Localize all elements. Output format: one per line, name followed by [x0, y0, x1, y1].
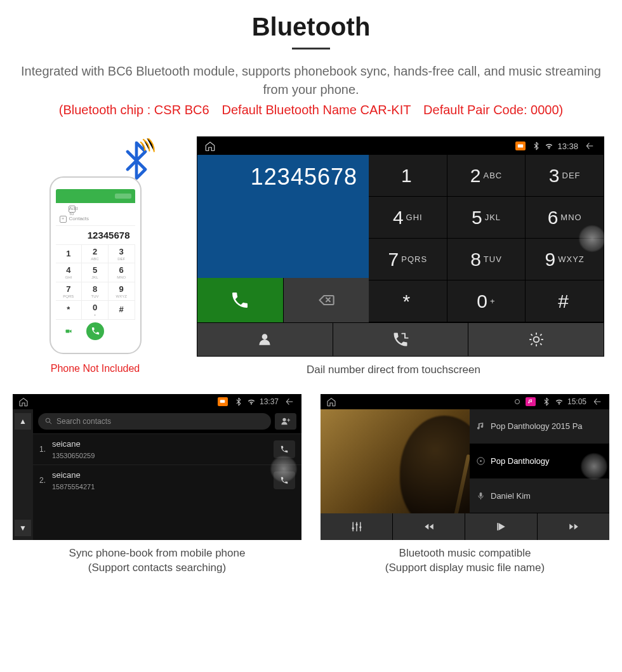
touch-indicator	[578, 225, 606, 253]
tab-contacts[interactable]	[197, 323, 333, 356]
bottom-tabbar	[197, 322, 604, 356]
headunit-contacts: 13:37 ▲ ▼ Search contacts	[13, 394, 301, 540]
wifi-icon	[545, 142, 553, 150]
bluetooth-status-icon	[234, 397, 243, 406]
album-icon	[476, 456, 486, 466]
key-8[interactable]: 8TUV	[447, 239, 526, 280]
status-time: 15:05	[567, 397, 586, 406]
phone-dialed-number: 12345678	[56, 226, 135, 245]
wifi-icon	[247, 397, 256, 406]
add-contact-button[interactable]	[275, 413, 296, 430]
backspace-button[interactable]	[284, 278, 369, 322]
contact-phone: 15875554271	[52, 483, 95, 491]
contact-row[interactable]: 1. seicane13530650259	[33, 433, 301, 464]
song-icon	[476, 421, 486, 431]
back-icon[interactable]	[590, 397, 604, 406]
phone-key-2[interactable]: 2ABC	[82, 245, 109, 264]
headunit-music: 15:05 Pop Danthology 2015 Pa Pop Danthol…	[321, 394, 609, 540]
tab-call-log[interactable]	[333, 323, 469, 356]
music-controls	[321, 513, 609, 540]
phone-key-3[interactable]: 3DEF	[109, 245, 135, 264]
phone-statusbar	[56, 189, 135, 203]
artist-icon	[476, 491, 486, 501]
next-track-button[interactable]	[538, 513, 609, 540]
key-hash[interactable]: #	[526, 280, 604, 322]
scroll-up-button[interactable]: ▲	[15, 413, 31, 430]
status-bar: 13:38	[197, 137, 604, 155]
track-row[interactable]: Daniel Kim	[470, 478, 609, 513]
dialed-number-display: 12345678	[197, 155, 369, 278]
key-0[interactable]: 0+	[447, 280, 526, 322]
phone-call-button[interactable]	[86, 322, 104, 340]
status-bar: 13:37	[13, 394, 301, 409]
touch-indicator	[580, 452, 608, 480]
key-2[interactable]: 2ABC	[447, 155, 526, 197]
play-pause-button[interactable]	[465, 513, 538, 540]
phone-key-4[interactable]: 4GHI	[56, 263, 83, 282]
search-input[interactable]: Search contacts	[38, 413, 271, 430]
home-icon[interactable]	[326, 397, 337, 407]
dialer-keypad: 1 2ABC 3DEF 4GHI 5JKL 6MNO 7PQRS 8TUV 9W…	[369, 155, 604, 322]
add-to-contacts-row[interactable]: +Add to Contacts	[56, 203, 135, 226]
contact-name: seicane	[52, 439, 81, 449]
track-row[interactable]: Pop Danthology 2015 Pa	[470, 409, 609, 444]
search-placeholder: Search contacts	[56, 417, 111, 426]
key-4[interactable]: 4GHI	[369, 197, 447, 239]
smartphone-mock: +Add to Contacts 12345678 1 2ABC 3DEF 4G…	[50, 176, 142, 354]
contacts-caption: Sync phone-book from mobile phone(Suppor…	[13, 546, 301, 576]
headunit-dialer: 13:38 12345678 1 2ABC 3DEF	[197, 136, 604, 357]
bluetooth-spec-line: (Bluetooth chip : CSR BC6 Default Blueto…	[13, 103, 609, 117]
loop-icon	[513, 397, 522, 406]
phone-key-hash[interactable]: #	[109, 301, 135, 320]
phone-keypad: 1 2ABC 3DEF 4GHI 5JKL 6MNO 7PQRS 8TUV 9W…	[56, 245, 135, 320]
status-time: 13:38	[557, 142, 578, 151]
phone-key-star[interactable]: *	[56, 301, 83, 320]
title-underline	[292, 48, 330, 49]
contact-phone: 13530650259	[52, 452, 95, 459]
phone-not-included-label: Phone Not Included	[51, 363, 140, 374]
dialer-caption: Dail number direct from touchscreen	[178, 363, 609, 378]
search-icon	[44, 417, 53, 425]
subtitle: Integrated with BC6 Bluetooth module, su…	[13, 62, 609, 99]
key-star[interactable]: *	[369, 280, 447, 322]
key-5[interactable]: 5JKL	[447, 197, 526, 239]
contact-row[interactable]: 2. seicane15875554271	[33, 464, 301, 496]
key-7[interactable]: 7PQRS	[369, 239, 447, 280]
tab-settings[interactable]	[468, 323, 604, 356]
music-caption: Bluetooth music compatible(Support displ…	[321, 546, 609, 576]
scroll-down-button[interactable]: ▼	[15, 520, 31, 536]
home-icon[interactable]	[204, 140, 216, 152]
contact-name: seicane	[52, 470, 81, 480]
call-button[interactable]	[197, 278, 284, 322]
key-3[interactable]: 3DEF	[526, 155, 604, 197]
phone-key-6[interactable]: 6MNO	[109, 263, 135, 282]
back-icon[interactable]	[582, 142, 597, 150]
home-icon[interactable]	[18, 397, 29, 407]
equalizer-button[interactable]	[321, 513, 393, 540]
phone-key-0[interactable]: 0+	[82, 301, 109, 320]
phone-key-5[interactable]: 5JKL	[82, 263, 109, 282]
app-badge-icon	[218, 397, 228, 406]
app-badge-icon	[515, 142, 526, 150]
wifi-icon	[555, 397, 564, 406]
key-1[interactable]: 1	[369, 155, 447, 197]
phone-key-1[interactable]: 1	[56, 245, 83, 264]
videocall-icon[interactable]	[63, 327, 74, 335]
phone-key-9[interactable]: 9WXYZ	[109, 282, 135, 301]
status-bar: 15:05	[321, 394, 609, 409]
status-time: 13:37	[260, 397, 279, 406]
prev-track-button[interactable]	[393, 513, 465, 540]
touch-indicator	[270, 455, 298, 483]
music-app-badge-icon	[526, 397, 536, 406]
bluetooth-status-icon	[532, 142, 541, 150]
phone-key-8[interactable]: 8TUV	[82, 282, 109, 301]
phone-key-7[interactable]: 7PQRS	[56, 282, 83, 301]
page-title: Bluetooth	[13, 13, 609, 41]
album-art	[321, 409, 470, 513]
bluetooth-status-icon	[542, 397, 551, 406]
back-icon[interactable]	[282, 397, 296, 406]
